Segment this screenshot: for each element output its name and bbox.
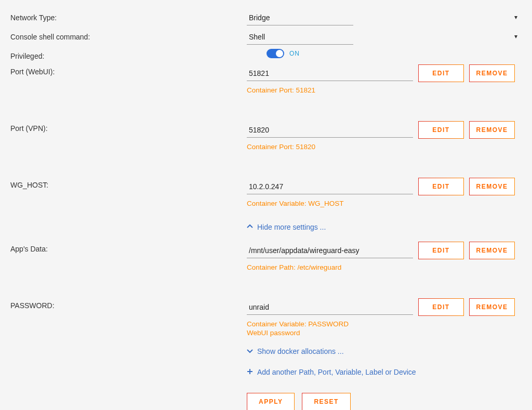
remove-button[interactable]: REMOVE [469, 64, 515, 82]
wg-host-input[interactable] [247, 179, 413, 194]
privileged-label: Privileged: [10, 49, 247, 60]
toggle-knob [276, 50, 283, 57]
apply-button[interactable]: APPLY [247, 393, 295, 410]
apps-data-input[interactable] [247, 243, 413, 258]
remove-button[interactable]: REMOVE [469, 242, 515, 259]
remove-button[interactable]: REMOVE [469, 178, 515, 195]
network-type-label: Network Type: [10, 10, 247, 22]
port-webui-helper: Container Port: 51821 [247, 86, 522, 94]
edit-button[interactable]: EDIT [418, 64, 464, 82]
port-vpn-helper: Container Port: 51820 [247, 143, 522, 151]
chevron-up-icon [247, 223, 253, 231]
remove-button[interactable]: REMOVE [469, 298, 515, 316]
add-another-link[interactable]: Add another Path, Port, Variable, Label … [247, 368, 522, 376]
port-webui-label: Port (WebUI): [10, 64, 247, 76]
console-shell-label: Console shell command: [10, 30, 247, 41]
password-label: PASSWORD: [10, 298, 247, 310]
port-vpn-input[interactable] [247, 123, 413, 138]
edit-button[interactable]: EDIT [418, 121, 464, 139]
network-type-select[interactable]: Bridge [247, 10, 353, 25]
apps-data-label: App's Data: [10, 242, 247, 253]
hide-more-text: Hide more settings ... [257, 223, 326, 231]
edit-button[interactable]: EDIT [418, 298, 464, 316]
port-webui-input[interactable] [247, 66, 413, 81]
add-another-text: Add another Path, Port, Variable, Label … [257, 368, 416, 376]
plus-icon [247, 368, 253, 376]
console-shell-select[interactable]: Shell [247, 30, 353, 45]
privileged-state: ON [289, 50, 300, 57]
edit-button[interactable]: EDIT [418, 242, 464, 259]
password-input[interactable] [247, 300, 413, 315]
password-helper: Container Variable: PASSWORD [247, 320, 522, 328]
wg-host-helper: Container Variable: WG_HOST [247, 200, 522, 207]
edit-button[interactable]: EDIT [418, 178, 464, 195]
hide-more-settings-link[interactable]: Hide more settings ... [247, 223, 522, 231]
chevron-down-icon [247, 347, 253, 355]
password-helper2: WebUI password [247, 329, 522, 337]
remove-button[interactable]: REMOVE [469, 121, 515, 139]
wg-host-label: WG_HOST: [10, 178, 247, 189]
show-docker-text: Show docker allocations ... [257, 347, 344, 355]
port-vpn-label: Port (VPN): [10, 121, 247, 133]
privileged-toggle[interactable] [267, 49, 284, 58]
reset-button[interactable]: RESET [302, 393, 351, 410]
show-docker-allocations-link[interactable]: Show docker allocations ... [247, 347, 522, 355]
apps-data-helper: Container Path: /etc/wireguard [247, 263, 522, 271]
